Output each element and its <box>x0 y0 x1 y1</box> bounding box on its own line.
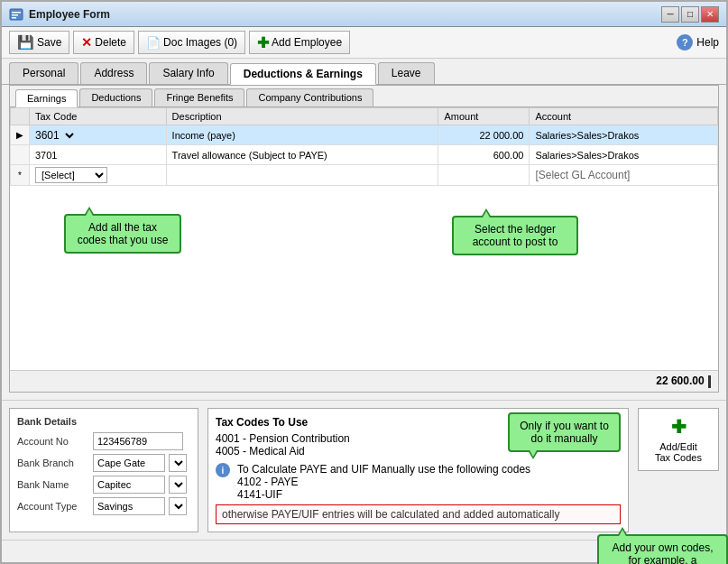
add-employee-button[interactable]: ✚ Add Employee <box>249 31 350 54</box>
sub-tabs: Earnings Deductions Fringe Benefits Comp… <box>10 86 718 107</box>
bank-name-row: Bank Name <box>17 476 190 494</box>
add-edit-icon: ✚ <box>671 416 687 438</box>
doc-images-button[interactable]: 📄 Doc Images (0) <box>138 31 245 54</box>
tab-earnings[interactable]: Earnings <box>15 89 78 107</box>
app-icon <box>9 7 23 22</box>
window-controls: ─ □ ✕ <box>661 6 719 23</box>
doc-images-label: Doc Images (0) <box>163 36 237 49</box>
main-tabs: Personal Address Salary Info Deductions … <box>2 59 726 85</box>
tab-company-contributions[interactable]: Company Contributions <box>246 88 373 106</box>
doc-icon: 📄 <box>146 36 161 50</box>
add-edit-label: Add/EditTax Codes <box>655 441 702 463</box>
save-button[interactable]: 💾 Save <box>9 31 69 54</box>
account-type-input[interactable] <box>93 497 165 515</box>
svg-rect-3 <box>12 17 16 19</box>
tax-code-cell: 3701 <box>30 145 167 165</box>
total-row: 22 600.00 <box>10 370 718 392</box>
earnings-table-wrapper: Tax Code Description Amount Account ▶ 36… <box>10 107 718 370</box>
tab-deductions[interactable]: Deductions <box>79 88 152 106</box>
amount-new-cell <box>438 165 530 186</box>
amount-cell: 22 000.00 <box>438 125 530 145</box>
account-new-cell[interactable]: [Select GL Account] <box>530 165 718 186</box>
account-cell: Salaries>Sales>Drakos <box>530 145 718 165</box>
tab-deductions-earnings[interactable]: Deductions & Earnings <box>230 63 376 85</box>
col-amount: Amount <box>438 108 530 125</box>
bank-branch-label: Bank Branch <box>17 458 89 468</box>
earnings-table: Tax Code Description Amount Account ▶ 36… <box>10 107 718 186</box>
account-no-row: Account No <box>17 432 190 450</box>
help-icon: ? <box>677 34 693 51</box>
auto-calculate-warning: otherwise PAYE/UIF entries will be calcu… <box>216 504 621 524</box>
col-account: Account <box>530 108 718 125</box>
description-cell: Income (paye) <box>166 125 438 145</box>
table-row[interactable]: 3701 Travel allowance (Subject to PAYE) … <box>11 145 718 165</box>
total-value: 22 600.00 <box>656 374 704 387</box>
description-cell: Travel allowance (Subject to PAYE) <box>166 145 438 165</box>
table-row[interactable]: ▶ 3601 ▼ Income (paye) 22 000.00 Salarie… <box>11 125 718 145</box>
tab-leave[interactable]: Leave <box>378 62 435 84</box>
help-button[interactable]: ? Help <box>677 34 719 51</box>
col-description: Description <box>166 108 438 125</box>
description-new-cell <box>166 165 438 186</box>
account-type-row: Account Type <box>17 497 190 515</box>
bank-name-dropdown[interactable] <box>169 476 187 494</box>
tab-address[interactable]: Address <box>80 62 147 84</box>
callout-ledger: Select the ledger account to post to <box>452 216 578 255</box>
bottom-section: Bank Details Account No Bank Branch Bank… <box>2 400 726 540</box>
tax-code-cell: 3601 ▼ <box>30 125 167 145</box>
info-icon: i <box>216 463 230 477</box>
close-button[interactable]: ✕ <box>701 6 719 23</box>
tab-personal[interactable]: Personal <box>9 62 78 84</box>
svg-rect-1 <box>12 12 21 14</box>
account-type-label: Account Type <box>17 501 89 512</box>
tax-code-dropdown[interactable]: ▼ <box>62 130 77 142</box>
account-no-label: Account No <box>17 436 89 447</box>
account-no-input[interactable] <box>93 432 183 450</box>
help-label: Help <box>696 36 719 49</box>
calculate-text: To Calculate PAYE and UIF Manually use t… <box>237 463 530 501</box>
minimize-button[interactable]: ─ <box>661 6 679 23</box>
bank-name-label: Bank Name <box>17 479 89 490</box>
bank-branch-row: Bank Branch <box>17 454 190 472</box>
callout-add-codes: Add your own codes, for example, a perso… <box>597 534 728 564</box>
row-indicator: * <box>11 165 30 186</box>
add-icon: ✚ <box>257 34 269 51</box>
row-indicator: ▶ <box>11 125 30 145</box>
delete-icon: ✕ <box>81 35 92 50</box>
tab-salary-info[interactable]: Salary Info <box>149 62 227 84</box>
row-indicator <box>11 145 30 165</box>
tax-info-panel: Tax Codes To Use 4001 - Pension Contribu… <box>207 408 629 532</box>
uif-code: 4141-UIF <box>237 488 530 501</box>
amount-cell: 600.00 <box>438 145 530 165</box>
tab-fringe-benefits[interactable]: Fringe Benefits <box>154 88 244 106</box>
bank-branch-input[interactable] <box>93 454 165 472</box>
title-bar: Employee Form ─ □ ✕ <box>2 2 726 27</box>
bank-details-title: Bank Details <box>17 416 190 427</box>
employee-form-window: Employee Form ─ □ ✕ 💾 Save ✕ Delete 📄 Do… <box>0 0 728 564</box>
maximize-button[interactable]: □ <box>681 6 699 23</box>
col-indicator <box>11 108 30 125</box>
tax-code-select[interactable]: [Select] <box>35 167 107 183</box>
paye-code: 4102 - PAYE <box>237 476 530 488</box>
delete-label: Delete <box>95 36 126 49</box>
window-title: Employee Form <box>29 8 661 21</box>
content-area: Earnings Deductions Fringe Benefits Comp… <box>9 85 719 393</box>
callout-manual: Only if you want to do it manually <box>508 412 621 452</box>
bank-name-input[interactable] <box>93 476 165 494</box>
add-edit-tax-codes-button[interactable]: ✚ Add/EditTax Codes <box>638 408 719 471</box>
account-cell: Salaries>Sales>Drakos <box>530 125 718 145</box>
col-tax-code: Tax Code <box>30 108 167 125</box>
bank-branch-dropdown[interactable] <box>169 454 187 472</box>
add-employee-label: Add Employee <box>272 36 342 49</box>
save-label: Save <box>37 36 61 49</box>
svg-rect-2 <box>12 14 18 16</box>
table-row-new[interactable]: * [Select] [Select GL Account] <box>11 165 718 186</box>
account-type-dropdown[interactable] <box>169 497 187 515</box>
toolbar: 💾 Save ✕ Delete 📄 Doc Images (0) ✚ Add E… <box>2 27 726 59</box>
tax-code-new-cell[interactable]: [Select] <box>30 165 167 186</box>
save-icon: 💾 <box>17 34 34 51</box>
bank-details-panel: Bank Details Account No Bank Branch Bank… <box>9 408 198 532</box>
callout-tax-codes: Add all the tax codes that you use <box>64 214 181 254</box>
delete-button[interactable]: ✕ Delete <box>73 31 134 54</box>
